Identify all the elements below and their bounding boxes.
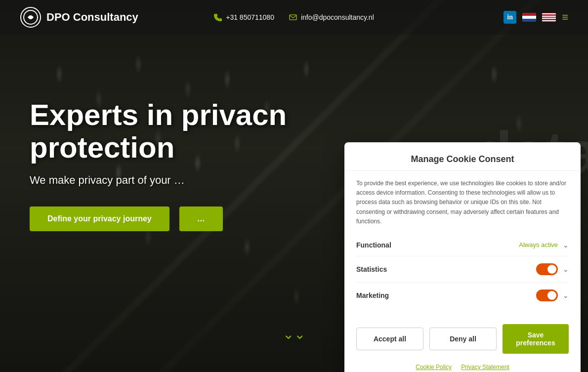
statistics-toggle-track (536, 263, 558, 275)
modal-links: Cookie Policy Privacy Statement (344, 364, 581, 372)
cookie-consent-modal: Manage Cookie Consent To provide the bes… (344, 142, 581, 372)
us-flag[interactable] (542, 13, 556, 22)
functional-chevron-icon[interactable]: ⌄ (563, 241, 569, 249)
site-header: DPO Consultancy +31 850711080 info@dpoco… (0, 0, 588, 35)
statistics-toggle[interactable] (536, 263, 558, 275)
phone-number: +31 850711080 (226, 13, 274, 21)
cookie-policy-link[interactable]: Cookie Policy (416, 364, 452, 371)
statistics-right: ⌄ (536, 263, 569, 275)
phone-contact[interactable]: +31 850711080 (214, 13, 274, 21)
email-icon (289, 13, 297, 21)
modal-footer: Accept all Deny all Save preferences (344, 316, 581, 364)
always-active-label: Always active (519, 241, 558, 248)
save-preferences-button[interactable]: Save preferences (503, 324, 569, 354)
marketing-toggle[interactable] (536, 289, 558, 301)
hero-content: Experts in privacn protection We make pr… (30, 99, 287, 231)
functional-label: Functional (356, 241, 391, 249)
dutch-flag[interactable] (522, 13, 536, 22)
marketing-right: ⌄ (536, 289, 569, 301)
svg-rect-2 (290, 15, 296, 20)
logo-text: DPO Consultancy (46, 11, 138, 24)
modal-description: To provide the best experience, we use t… (356, 179, 569, 226)
statistics-toggle-thumb (547, 265, 556, 274)
marketing-chevron-icon[interactable]: ⌄ (563, 291, 569, 299)
privacy-statement-link[interactable]: Privacy Statement (461, 364, 509, 371)
header-contact-area: +31 850711080 info@dpoconsultancy.nl (203, 13, 385, 21)
marketing-toggle-track (536, 289, 558, 301)
logo-icon[interactable] (20, 6, 42, 28)
hero-buttons: Define your privacy journey … (30, 207, 287, 231)
logo-area: DPO Consultancy (20, 6, 203, 28)
statistics-chevron-icon[interactable]: ⌄ (563, 265, 569, 273)
phone-icon (214, 13, 222, 21)
functional-right: Always active ⌄ (519, 241, 569, 249)
consent-row-statistics: Statistics ⌄ (356, 256, 569, 283)
modal-header: Manage Cookie Consent (344, 142, 581, 171)
marketing-label: Marketing (356, 291, 389, 299)
consent-row-marketing: Marketing ⌄ (356, 283, 569, 308)
header-right-area: in ≡ (385, 11, 568, 24)
accept-all-button[interactable]: Accept all (356, 328, 423, 350)
email-address: info@dpoconsultancy.nl (301, 13, 374, 21)
deny-all-button[interactable]: Deny all (429, 328, 497, 350)
hero-subtitle: We make privacy part of your … (30, 174, 287, 187)
statistics-label: Statistics (356, 265, 387, 273)
hero-title: Experts in privacn protection (30, 99, 287, 164)
hamburger-menu-icon[interactable]: ≡ (562, 11, 568, 24)
consent-row-functional: Functional Always active ⌄ (356, 234, 569, 256)
modal-title: Manage Cookie Consent (356, 154, 569, 165)
email-contact[interactable]: info@dpoconsultancy.nl (289, 13, 374, 21)
scroll-indicator: ⌄⌄ (283, 326, 305, 342)
modal-body: To provide the best experience, we use t… (344, 171, 581, 316)
cta-secondary-button[interactable]: … (179, 207, 223, 231)
linkedin-link[interactable]: in (504, 11, 516, 24)
marketing-toggle-thumb (547, 291, 556, 300)
cta-primary-button[interactable]: Define your privacy journey (30, 207, 169, 231)
